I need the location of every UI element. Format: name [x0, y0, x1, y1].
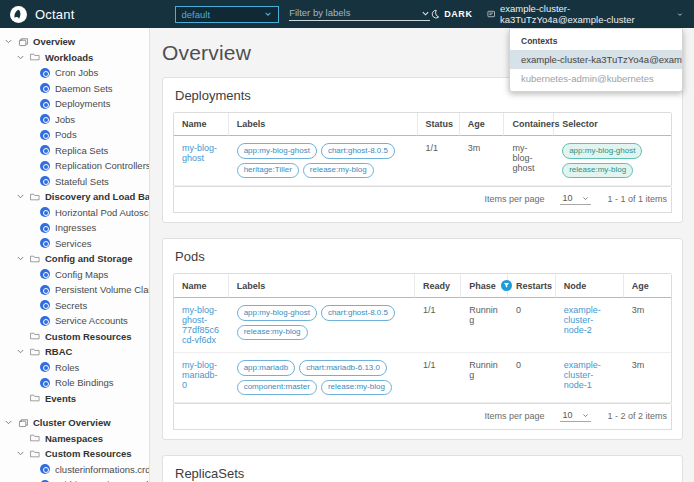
chevron-down-icon[interactable] — [4, 418, 13, 427]
role-bindings-icon — [40, 378, 50, 388]
col-header-labels: Labels — [229, 113, 418, 136]
sidebar-item-events[interactable]: Events — [0, 391, 149, 407]
sidebar-item-horizontal-pod-autoscalers[interactable]: Horizontal Pod Autoscalers — [0, 205, 149, 221]
age-cell: 3m — [624, 353, 671, 403]
node-link[interactable]: example-cluster-node-1 — [564, 360, 601, 390]
sidebar-item-deployments[interactable]: Deployments — [0, 96, 149, 112]
phase-cell: Running — [461, 353, 508, 403]
pods-table: Name Labels Ready Phase Restarts Node Ag… — [173, 273, 672, 404]
label-tag: app:my-blog-ghost — [237, 305, 317, 321]
page-size-select[interactable]: 10 — [560, 193, 591, 205]
deployment-name-link[interactable]: my-blog-ghost — [182, 143, 217, 163]
chevron-down-icon[interactable] — [16, 254, 25, 263]
caret-down-icon — [677, 11, 683, 18]
sidebar-item-label: Roles — [55, 362, 79, 373]
sidebar-item-ingresses[interactable]: Ingresses — [0, 220, 149, 236]
chevron-down-icon[interactable] — [16, 449, 25, 458]
sidebar-item-pods[interactable]: Pods — [0, 127, 149, 143]
age-cell: 3m — [460, 136, 505, 186]
sidebar-item-roles[interactable]: Roles — [0, 360, 149, 376]
sidebar-item-discovery-load-balancing[interactable]: Discovery and Load Balancing — [0, 189, 149, 205]
context-option-selected[interactable]: example-cluster-ka3TuTzYo4a@example-clu.… — [510, 50, 682, 69]
sidebar-item-csidrivers[interactable]: csidrivers.csi.storage.k8s.io — [0, 477, 149, 482]
chevron-down-icon[interactable] — [4, 37, 13, 46]
pagination: Items per page 10 1 - 2 of 2 items — [173, 404, 672, 430]
label-filter-input[interactable] — [289, 7, 421, 18]
sidebar-item-secrets[interactable]: Secrets — [0, 298, 149, 314]
sidebar-item-label: clusterinformations.crd.projec — [55, 464, 149, 475]
app-title: Octant — [35, 7, 75, 22]
chevron-down-icon — [264, 10, 272, 18]
selector-tag: release:my-blog — [562, 163, 633, 179]
namespace-select[interactable]: default — [175, 6, 280, 23]
contexts-dropdown: Contexts example-cluster-ka3TuTzYo4a@exa… — [509, 29, 683, 92]
restarts-cell: 0 — [508, 298, 556, 353]
items-per-page-label: Items per page — [484, 194, 544, 204]
cluster-overview-icon — [18, 418, 28, 428]
pvc-icon — [40, 285, 50, 295]
context-value: example-cluster-ka3TuTzYo4a@example-clus… — [500, 3, 672, 25]
sidebar-item-label: Config and Storage — [45, 253, 133, 264]
chevron-down-icon[interactable] — [16, 192, 25, 201]
page-size-value: 10 — [562, 193, 572, 203]
sidebar-item-cluster-overview[interactable]: Cluster Overview — [0, 415, 149, 431]
sidebar-item-overview[interactable]: Overview — [0, 34, 149, 50]
pagination-range: 1 - 2 of 2 items — [607, 411, 667, 421]
config-maps-icon — [40, 269, 50, 279]
context-selector[interactable]: example-cluster-ka3TuTzYo4a@example-clus… — [487, 3, 683, 25]
dark-theme-toggle[interactable]: DARK — [430, 9, 472, 19]
col-header-restarts: Restarts — [508, 274, 556, 298]
moon-icon — [430, 9, 440, 19]
sidebar-item-rbac[interactable]: RBAC — [0, 344, 149, 360]
sidebar-item-label: Workloads — [45, 52, 93, 63]
sidebar-item-service-accounts[interactable]: Service Accounts — [0, 313, 149, 329]
page-size-select[interactable]: 10 — [560, 410, 591, 422]
replicasets-card-title: ReplicaSets — [173, 464, 672, 482]
phase-filter-icon[interactable] — [501, 280, 512, 291]
sidebar-item-label: Service Accounts — [55, 315, 128, 326]
status-cell: 1/1 — [418, 136, 460, 186]
chevron-down-icon[interactable] — [16, 347, 25, 356]
sidebar-item-role-bindings[interactable]: Role Bindings — [0, 375, 149, 391]
sidebar-item-workloads[interactable]: Workloads — [0, 50, 149, 66]
pods-icon — [40, 130, 50, 140]
sidebar-item-persistent-volume-claims[interactable]: Persistent Volume Claims — [0, 282, 149, 298]
label-tag: chart:mariadb-6.13.0 — [299, 360, 387, 376]
secrets-icon — [40, 300, 50, 310]
col-header-name: Name — [174, 274, 229, 298]
sidebar-item-replica-sets[interactable]: Replica Sets — [0, 143, 149, 159]
chevron-down-icon[interactable] — [16, 53, 25, 62]
sidebar-item-label: Pods — [55, 129, 77, 140]
cron-jobs-icon — [40, 68, 50, 78]
sidebar-item-label: Deployments — [55, 98, 110, 109]
sidebar-item-cluster-custom-resources[interactable]: Custom Resources — [0, 446, 149, 462]
replicasets-card: ReplicaSets Name Labels Status Age Conta… — [162, 455, 683, 482]
sidebar-item-config-and-storage[interactable]: Config and Storage — [0, 251, 149, 267]
folder-icon — [30, 52, 40, 62]
page-size-value: 10 — [562, 410, 572, 420]
sidebar-item-namespaces[interactable]: Namespaces — [0, 431, 149, 447]
col-header-node: Node — [556, 274, 624, 298]
sidebar-item-stateful-sets[interactable]: Stateful Sets — [0, 174, 149, 190]
pod-name-link[interactable]: my-blog-mariadb-0 — [182, 360, 218, 390]
sidebar-item-config-maps[interactable]: Config Maps — [0, 267, 149, 283]
ready-cell: 1/1 — [415, 298, 461, 353]
sidebar-item-daemon-sets[interactable]: Daemon Sets — [0, 81, 149, 97]
pod-name-link[interactable]: my-blog-ghost-77df85c6cd-vf6dx — [182, 305, 219, 345]
sidebar-item-label: Discovery and Load Balancing — [45, 191, 149, 202]
node-link[interactable]: example-cluster-node-2 — [564, 305, 601, 335]
app-logo-title: Octant — [10, 6, 75, 23]
sidebar-item-clusterinformations[interactable]: clusterinformations.crd.projec — [0, 462, 149, 478]
folder-icon — [30, 192, 40, 202]
context-option[interactable]: kubernetes-admin@kubernetes — [510, 69, 682, 88]
label-tag: release:my-blog — [321, 380, 392, 396]
label-tag: app:my-blog-ghost — [237, 143, 317, 159]
sidebar-item-jobs[interactable]: Jobs — [0, 112, 149, 128]
pods-card: Pods Name Labels Ready Phase Restarts No… — [162, 238, 683, 440]
sidebar-item-custom-resources[interactable]: Custom Resources — [0, 329, 149, 345]
sidebar-item-services[interactable]: Services — [0, 236, 149, 252]
sidebar-item-replication-controllers[interactable]: Replication Controllers — [0, 158, 149, 174]
chevron-down-icon[interactable] — [421, 9, 430, 18]
sidebar-item-cron-jobs[interactable]: Cron Jobs — [0, 65, 149, 81]
sidebar-item-label: RBAC — [45, 346, 72, 357]
